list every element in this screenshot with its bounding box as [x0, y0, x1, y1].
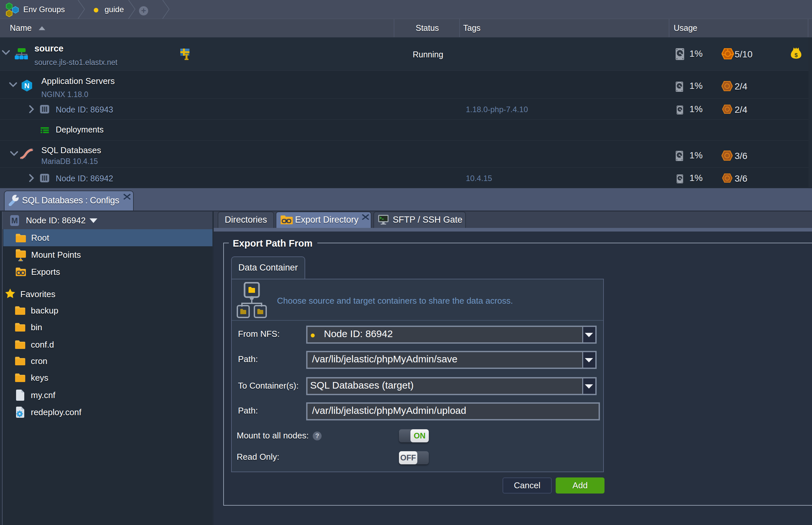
svg-text:$: $: [795, 52, 798, 58]
svg-text:N: N: [24, 82, 30, 90]
